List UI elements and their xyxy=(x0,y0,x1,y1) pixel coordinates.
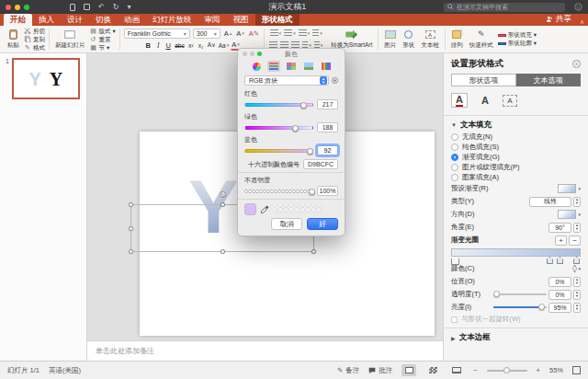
gradient-direction-dropdown[interactable]: ▾ xyxy=(558,210,581,219)
gradient-stop[interactable] xyxy=(547,257,553,264)
zoom-out-button[interactable]: − xyxy=(473,366,477,374)
red-slider-knob[interactable] xyxy=(300,102,307,109)
line-spacing-button[interactable]: ▾ xyxy=(298,29,311,39)
strikethrough-button[interactable]: abc xyxy=(174,40,185,51)
opacity-value[interactable]: 100% xyxy=(317,186,338,196)
transparency-slider[interactable] xyxy=(493,293,547,295)
notes-pane[interactable]: 单击此处添加备注 xyxy=(87,340,443,361)
angle-input[interactable]: 90° xyxy=(548,223,571,233)
text-border-section-header[interactable]: ▶ 文本边框 xyxy=(451,331,581,344)
font-size-select[interactable]: 300▾ xyxy=(193,29,220,39)
italic-button[interactable]: I xyxy=(153,40,163,51)
tab-slideshow[interactable]: 幻灯片放映 xyxy=(146,14,198,26)
subscript-button[interactable]: x₂ xyxy=(197,40,206,51)
stepper-icon[interactable]: ▲▼ xyxy=(573,277,581,287)
tab-text-options[interactable]: 文本选项 xyxy=(516,74,582,86)
hex-value-input[interactable]: D9BCFC xyxy=(303,159,338,169)
shrink-font-button[interactable]: A▾ xyxy=(235,29,245,39)
slider-knob[interactable] xyxy=(493,291,500,297)
resize-handle-top-mid[interactable] xyxy=(220,202,225,207)
slider-mode-select[interactable]: RGB 滑块 ▲▼ xyxy=(244,75,329,86)
stepper-icon[interactable]: ▲▼ xyxy=(573,303,581,313)
favorite-swatches-grid[interactable] xyxy=(275,204,323,214)
blue-value-input[interactable] xyxy=(317,145,338,155)
dialog-titlebar[interactable]: 颜色 xyxy=(238,49,345,59)
resize-handle-top-left[interactable] xyxy=(129,202,133,207)
save-icon[interactable] xyxy=(84,4,90,10)
rotate-with-shape-checkbox[interactable]: 与形状一起旋转(W) xyxy=(451,314,581,325)
gear-icon[interactable] xyxy=(332,77,338,84)
position-input[interactable]: 0% xyxy=(548,277,571,287)
stop-color-dropdown[interactable]: 🮮▾ xyxy=(572,265,581,273)
clear-formatting-button[interactable]: A✎ xyxy=(248,29,260,39)
tab-transitions[interactable]: 切换 xyxy=(89,14,118,26)
copy-button[interactable]: 复制 xyxy=(24,36,45,43)
grow-font-button[interactable]: A▴ xyxy=(223,29,233,39)
reset-button[interactable]: ↺重置 xyxy=(90,36,116,43)
minimize-window-button[interactable] xyxy=(15,5,20,10)
resize-handle-bottom-mid[interactable] xyxy=(220,249,225,254)
tab-shape-format[interactable]: 形状格式 xyxy=(255,14,300,26)
stepper-icon[interactable]: ▲▼ xyxy=(573,223,581,233)
numbering-button[interactable]: ▾ xyxy=(283,29,297,39)
language-indicator[interactable]: 英语(美国) xyxy=(49,366,81,375)
resize-handle-bottom-left[interactable] xyxy=(129,249,133,254)
zoom-slider[interactable] xyxy=(487,370,527,372)
ok-button[interactable]: 好 xyxy=(307,218,338,230)
normal-view-button[interactable] xyxy=(401,364,416,376)
red-slider[interactable] xyxy=(244,103,313,107)
notes-toggle-button[interactable]: ✎备注 xyxy=(337,366,359,375)
gradient-stop[interactable] xyxy=(573,257,580,264)
change-case-button[interactable]: Aa▾ xyxy=(218,40,230,51)
pencils-tab[interactable] xyxy=(320,61,333,72)
slide-thumbnail[interactable]: Y Y xyxy=(12,58,80,99)
rotation-handle[interactable]: ↻ xyxy=(220,191,226,198)
eyedropper-icon[interactable] xyxy=(260,205,269,214)
close-panel-icon[interactable]: × xyxy=(572,60,581,68)
green-value[interactable]: 188 xyxy=(317,122,338,132)
shape-outline-button[interactable]: 形状轮廓▾ xyxy=(498,40,537,47)
quick-styles-button[interactable]: ✎ 快速样式 xyxy=(468,29,495,50)
transparency-input[interactable]: 0% xyxy=(548,290,571,300)
layout-button[interactable]: ▤版式▾ xyxy=(90,28,116,35)
font-name-select[interactable]: Franklin Gothic▾ xyxy=(124,29,190,39)
gradient-type-select[interactable]: 线性 xyxy=(529,197,571,207)
superscript-button[interactable]: x² xyxy=(187,40,196,51)
green-slider-knob[interactable] xyxy=(292,125,299,132)
remove-stop-button[interactable]: − xyxy=(569,235,581,246)
cancel-button[interactable]: 取消 xyxy=(271,218,302,230)
opacity-slider[interactable] xyxy=(244,190,313,193)
cut-button[interactable]: 剪切 xyxy=(24,28,45,35)
fill-option-pattern[interactable]: 图案填充(A) xyxy=(451,172,581,182)
share-button[interactable]: 共享 xyxy=(546,14,575,26)
zoom-in-button[interactable]: + xyxy=(537,366,540,374)
blue-slider[interactable] xyxy=(244,149,313,153)
convert-to-smartart-button[interactable]: 转换为SmartArt xyxy=(329,29,374,50)
tab-animations[interactable]: 动画 xyxy=(118,14,146,26)
undo-icon[interactable]: ↶ xyxy=(98,4,105,11)
tab-home[interactable]: 开始 xyxy=(4,14,32,26)
textbox-button[interactable]: A 文本框 xyxy=(419,29,441,50)
gradient-stop-selected[interactable] xyxy=(451,256,459,265)
slider-knob[interactable] xyxy=(538,304,545,310)
format-painter-button[interactable]: ✎格式 xyxy=(24,44,45,52)
stepper-icon[interactable]: ▲▼ xyxy=(573,197,581,207)
resize-handle-bottom-right[interactable] xyxy=(311,249,316,254)
fill-option-solid[interactable]: 纯色填充(S) xyxy=(451,142,581,152)
tab-design[interactable]: 设计 xyxy=(61,14,89,26)
paste-button[interactable]: 粘贴 xyxy=(6,29,21,50)
bold-button[interactable]: B xyxy=(143,40,153,51)
shape-fill-button[interactable]: 形状填充▾ xyxy=(498,31,537,39)
redo-icon[interactable]: ↻ xyxy=(113,4,119,11)
gradient-stops-bar[interactable] xyxy=(451,248,581,257)
toolbar-options-icon[interactable]: ▾ xyxy=(127,4,130,11)
arrange-button[interactable]: 排列 xyxy=(449,29,465,50)
fill-option-picture[interactable]: 图片或纹理填充(P) xyxy=(451,162,581,172)
new-slide-button[interactable]: 新建幻灯片 xyxy=(53,29,87,50)
fit-slide-to-window-icon[interactable] xyxy=(572,366,581,374)
add-stop-button[interactable]: + xyxy=(555,235,567,246)
bullets-button[interactable]: ▾ xyxy=(269,29,283,39)
feedback-smiley-icon[interactable] xyxy=(574,3,582,11)
tab-shape-options[interactable]: 形状选项 xyxy=(451,74,516,86)
gradient-stop[interactable] xyxy=(557,257,563,264)
